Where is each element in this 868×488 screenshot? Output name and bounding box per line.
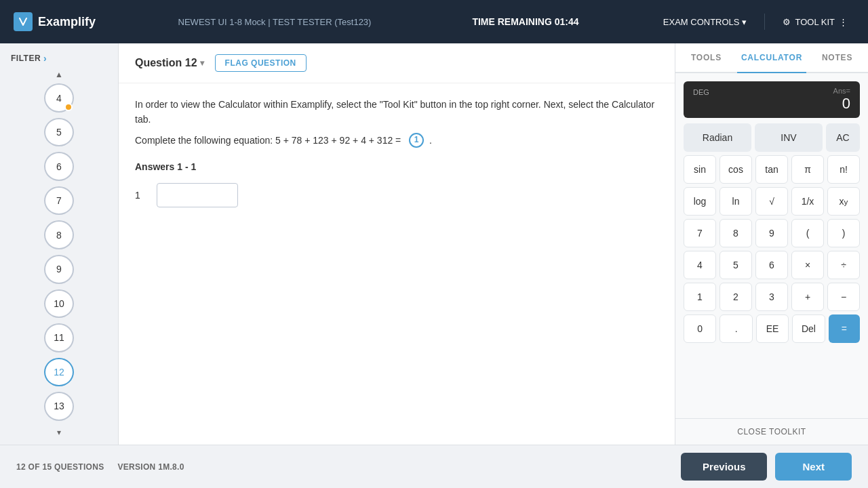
eight-btn[interactable]: 8 xyxy=(719,219,752,247)
pi-btn[interactable]: π xyxy=(791,155,824,184)
calc-ans-label: Ans= xyxy=(833,87,850,95)
four-btn[interactable]: 4 xyxy=(684,251,716,279)
main-area: FILTER › ▲ 4 5 6 7 8 9 10 11 12 13 ▾ Que… xyxy=(0,43,868,445)
nine-btn[interactable]: 9 xyxy=(755,219,788,247)
chevron-down-icon: ▾ xyxy=(742,17,747,27)
tab-tools[interactable]: TOOLS xyxy=(675,43,737,72)
top-navigation: Examplify NEWEST UI 1-8 Mock | TEST TEST… xyxy=(0,0,868,43)
logo: Examplify xyxy=(14,12,149,31)
minus-btn[interactable]: − xyxy=(827,283,860,311)
calc-deg-label: DEG xyxy=(693,88,709,96)
next-button[interactable]: Next xyxy=(775,453,852,481)
flag-question-button[interactable]: FLAG QUESTION xyxy=(215,54,307,72)
right-panel-tabs: TOOLS CALCULATOR NOTES xyxy=(675,43,868,73)
logo-text: Examplify xyxy=(38,15,96,29)
question-header: Question 12 ▾ FLAG QUESTION xyxy=(119,43,675,83)
close-paren-btn[interactable]: ) xyxy=(827,219,860,247)
answer-input-row: 1 xyxy=(135,183,658,207)
version-label: VERSION 1M.8.0 xyxy=(117,462,184,472)
close-toolkit-button[interactable]: CLOSE TOOLKIT xyxy=(675,418,868,445)
equals-btn[interactable]: = xyxy=(829,314,860,343)
question-nav-12[interactable]: 12 xyxy=(44,358,74,387)
factorial-btn[interactable]: n! xyxy=(827,155,860,184)
plus-btn[interactable]: + xyxy=(791,283,824,311)
tool-kit-icon: ⚙ xyxy=(783,17,791,27)
sqrt-btn[interactable]: √ xyxy=(755,187,788,216)
question-nav-9[interactable]: 9 xyxy=(44,255,74,284)
calculator-display: DEG Ans= 0 xyxy=(684,81,860,118)
calc-row-6: 1 2 3 + − xyxy=(684,283,860,311)
filter-arrow-icon: › xyxy=(43,53,47,64)
nav-divider xyxy=(764,14,765,30)
more-icon: ⋮ xyxy=(839,17,848,27)
calc-row-1: Radian INV AC xyxy=(684,123,860,152)
scroll-down-button[interactable]: ▾ xyxy=(48,426,70,439)
three-btn[interactable]: 3 xyxy=(755,283,788,311)
power-btn[interactable]: xy xyxy=(827,187,860,216)
calc-row-7: 0 . EE Del = xyxy=(684,314,860,343)
question-nav-7[interactable]: 7 xyxy=(44,186,74,216)
exam-title: NEWEST UI 1-8 Mock | TEST TESTER (Test12… xyxy=(149,17,400,27)
ln-btn[interactable]: ln xyxy=(719,187,752,216)
inv-btn[interactable]: INV xyxy=(755,123,823,152)
progress-label: 12 OF 15 QUESTIONS xyxy=(16,462,104,472)
tool-kit-button[interactable]: ⚙ TOOL KIT ⋮ xyxy=(776,13,854,31)
answer-input[interactable] xyxy=(157,183,238,207)
open-paren-btn[interactable]: ( xyxy=(791,219,824,247)
cos-btn[interactable]: cos xyxy=(719,155,752,184)
reciprocal-btn[interactable]: 1/x xyxy=(791,187,824,216)
sin-btn[interactable]: sin xyxy=(684,155,716,184)
question-nav-8[interactable]: 8 xyxy=(44,220,74,249)
question-equation: Complete the following equation: 5 + 78 … xyxy=(135,133,658,148)
one-btn[interactable]: 1 xyxy=(684,283,716,311)
calculator-panel: DEG Ans= 0 Radian INV AC sin xyxy=(675,73,868,418)
five-btn[interactable]: 5 xyxy=(719,251,752,279)
multiply-btn[interactable]: × xyxy=(791,251,824,279)
sidebar-filter: FILTER › xyxy=(0,49,118,68)
ee-btn[interactable]: EE xyxy=(756,314,789,343)
question-nav-10[interactable]: 10 xyxy=(44,289,74,319)
calc-row-3: log ln √ 1/x xy xyxy=(684,187,860,216)
question-nav-4[interactable]: 4 xyxy=(44,83,74,113)
divide-btn[interactable]: ÷ xyxy=(827,251,860,279)
zero-btn[interactable]: 0 xyxy=(684,314,716,343)
top-controls: EXAM CONTROLS ▾ ⚙ TOOL KIT ⋮ xyxy=(651,13,854,31)
question-text: In order to view the Calculator within E… xyxy=(135,97,658,127)
seven-btn[interactable]: 7 xyxy=(684,219,716,247)
question-nav-6[interactable]: 6 xyxy=(44,152,74,181)
decimal-btn[interactable]: . xyxy=(719,314,752,343)
tab-notes[interactable]: NOTES xyxy=(806,43,868,72)
question-nav-11[interactable]: 11 xyxy=(44,323,74,352)
calc-row-4: 7 8 9 ( ) xyxy=(684,219,860,247)
calc-row-2: sin cos tan π n! xyxy=(684,155,860,184)
ac-btn[interactable]: AC xyxy=(826,123,860,152)
question-label: Question 12 ▾ xyxy=(135,57,204,69)
bottom-bar: 12 OF 15 QUESTIONS VERSION 1M.8.0 Previo… xyxy=(0,445,868,488)
bottom-actions: Previous Next xyxy=(681,453,852,481)
bottom-info: 12 OF 15 QUESTIONS VERSION 1M.8.0 xyxy=(16,462,681,472)
logo-icon xyxy=(14,12,33,31)
two-btn[interactable]: 2 xyxy=(719,283,752,311)
calculator-buttons: Radian INV AC sin cos tan π n! log ln √ xyxy=(684,123,860,343)
tab-calculator[interactable]: CALCULATOR xyxy=(737,43,806,73)
radian-btn[interactable]: Radian xyxy=(684,123,751,152)
right-panel: TOOLS CALCULATOR NOTES DEG Ans= 0 Radi xyxy=(675,43,868,445)
calc-row-5: 4 5 6 × ÷ xyxy=(684,251,860,279)
exam-controls-button[interactable]: EXAM CONTROLS ▾ xyxy=(656,13,754,31)
question-sidebar: FILTER › ▲ 4 5 6 7 8 9 10 11 12 13 ▾ xyxy=(0,43,119,445)
question-nav-5[interactable]: 5 xyxy=(44,118,74,147)
tan-btn[interactable]: tan xyxy=(755,155,788,184)
six-btn[interactable]: 6 xyxy=(755,251,788,279)
previous-button[interactable]: Previous xyxy=(681,453,767,481)
del-btn[interactable]: Del xyxy=(792,314,825,343)
timer: TIME REMAINING 01:44 xyxy=(400,16,651,27)
answers-label: Answers 1 - 1 xyxy=(135,161,658,172)
question-nav-13[interactable]: 13 xyxy=(44,392,74,421)
scroll-up-button[interactable]: ▲ xyxy=(48,68,70,81)
calc-value: 0 xyxy=(842,95,850,113)
question-body: In order to view the Calculator within E… xyxy=(119,83,675,445)
flag-indicator xyxy=(64,103,73,111)
log-btn[interactable]: log xyxy=(684,187,716,216)
question-dropdown-icon: ▾ xyxy=(200,58,204,68)
answer-circle: 1 xyxy=(409,133,424,148)
